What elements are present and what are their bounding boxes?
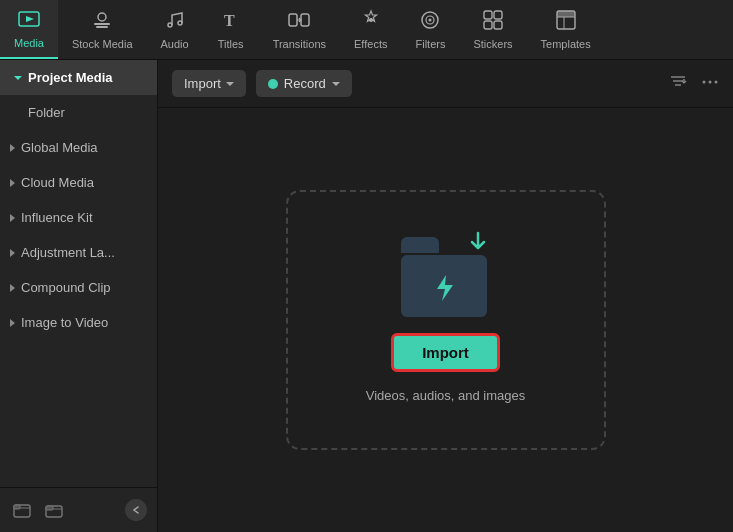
- record-button[interactable]: Record: [256, 70, 352, 97]
- expand-arrow-icon: [10, 179, 15, 187]
- record-button-label: Record: [284, 76, 326, 91]
- audio-icon: [164, 9, 186, 34]
- sidebar-item-folder[interactable]: Folder: [0, 95, 157, 130]
- nav-stock-media[interactable]: Stock Media: [58, 0, 147, 59]
- templates-icon: [555, 9, 577, 34]
- drop-zone-wrapper: Import Videos, audios, and images: [158, 108, 733, 532]
- svg-marker-1: [26, 16, 34, 22]
- nav-stickers[interactable]: Stickers: [459, 0, 526, 59]
- stickers-icon: [482, 9, 504, 34]
- expand-arrow-icon: [10, 249, 15, 257]
- sidebar-item-global-media[interactable]: Global Media: [0, 130, 157, 165]
- nav-templates-label: Templates: [541, 38, 591, 50]
- nav-media-label: Media: [14, 37, 44, 49]
- nav-titles[interactable]: T Titles: [203, 0, 259, 59]
- stock-media-icon: [91, 9, 113, 34]
- svg-rect-17: [494, 21, 502, 29]
- content-toolbar: Import Record: [158, 60, 733, 108]
- svg-rect-23: [14, 505, 20, 509]
- sidebar-project-media[interactable]: Project Media: [0, 60, 157, 95]
- nav-effects-label: Effects: [354, 38, 387, 50]
- svg-point-13: [429, 19, 432, 22]
- sidebar-footer: [0, 487, 157, 532]
- svg-point-10: [369, 18, 373, 22]
- filter-sort-icon[interactable]: [669, 73, 687, 95]
- sidebar-influence-kit-label: Influence Kit: [21, 210, 93, 225]
- import-graphic: [401, 237, 491, 317]
- expand-arrow-icon: [10, 319, 15, 327]
- svg-point-2: [98, 13, 106, 21]
- expand-arrow-icon: [10, 284, 15, 292]
- nav-transitions[interactable]: Transitions: [259, 0, 340, 59]
- sidebar-compound-clip-label: Compound Clip: [21, 280, 111, 295]
- toolbar-right: [669, 73, 719, 95]
- nav-titles-label: Titles: [218, 38, 244, 50]
- nav-transitions-label: Transitions: [273, 38, 326, 50]
- import-chevron-icon: [226, 82, 234, 86]
- sidebar-item-compound-clip[interactable]: Compound Clip: [0, 270, 157, 305]
- svg-rect-25: [46, 506, 53, 510]
- arrow-down-icon: [465, 229, 491, 262]
- nav-templates[interactable]: Templates: [527, 0, 605, 59]
- sidebar-header-label: Project Media: [28, 70, 113, 85]
- drop-zone-import-button[interactable]: Import: [391, 333, 500, 372]
- sidebar-global-media-label: Global Media: [21, 140, 98, 155]
- sidebar-arrow-icon: [14, 76, 22, 80]
- svg-rect-8: [289, 14, 297, 26]
- import-button[interactable]: Import: [172, 70, 246, 97]
- effects-icon: [360, 9, 382, 34]
- sidebar-image-to-video-label: Image to Video: [21, 315, 108, 330]
- svg-rect-9: [301, 14, 309, 26]
- nav-audio-label: Audio: [161, 38, 189, 50]
- svg-rect-14: [484, 11, 492, 19]
- folder-icon[interactable]: [42, 498, 66, 522]
- nav-stickers-label: Stickers: [473, 38, 512, 50]
- folder-tab: [401, 237, 439, 253]
- svg-point-30: [703, 80, 706, 83]
- nav-filters[interactable]: Filters: [401, 0, 459, 59]
- nav-filters-label: Filters: [415, 38, 445, 50]
- add-folder-icon[interactable]: [10, 498, 34, 522]
- folder-body: [401, 255, 487, 317]
- svg-rect-15: [494, 11, 502, 19]
- sidebar-adjustment-la-label: Adjustment La...: [21, 245, 115, 260]
- svg-point-6: [178, 21, 182, 25]
- more-options-icon[interactable]: [701, 73, 719, 95]
- svg-rect-3: [94, 23, 110, 25]
- drop-zone-description: Videos, audios, and images: [366, 388, 525, 403]
- sidebar-folder-label: Folder: [28, 105, 65, 120]
- media-icon: [18, 8, 40, 33]
- sidebar-item-image-to-video[interactable]: Image to Video: [0, 305, 157, 340]
- drop-zone-import-label: Import: [422, 344, 469, 361]
- collapse-sidebar-button[interactable]: [125, 499, 147, 521]
- filters-icon: [419, 9, 441, 34]
- nav-effects[interactable]: Effects: [340, 0, 401, 59]
- svg-rect-19: [557, 11, 575, 17]
- sidebar-item-cloud-media[interactable]: Cloud Media: [0, 165, 157, 200]
- svg-text:T: T: [224, 12, 235, 29]
- sidebar: Project Media Folder Global Media Cloud …: [0, 60, 158, 532]
- svg-point-32: [715, 80, 718, 83]
- sidebar-item-adjustment-la[interactable]: Adjustment La...: [0, 235, 157, 270]
- record-chevron-icon: [332, 82, 340, 86]
- nav-media[interactable]: Media: [0, 0, 58, 59]
- drop-zone: Import Videos, audios, and images: [286, 190, 606, 450]
- svg-point-31: [709, 80, 712, 83]
- lightning-icon: [431, 273, 457, 307]
- sidebar-item-influence-kit[interactable]: Influence Kit: [0, 200, 157, 235]
- svg-point-5: [168, 23, 172, 27]
- titles-icon: T: [220, 9, 242, 34]
- sidebar-cloud-media-label: Cloud Media: [21, 175, 94, 190]
- content-area: Import Record: [158, 60, 733, 532]
- expand-arrow-icon: [10, 144, 15, 152]
- transitions-icon: [288, 9, 310, 34]
- top-nav: Media Stock Media Audio T Titles: [0, 0, 733, 60]
- nav-audio[interactable]: Audio: [147, 0, 203, 59]
- expand-arrow-icon: [10, 214, 15, 222]
- import-button-label: Import: [184, 76, 221, 91]
- svg-rect-4: [96, 26, 108, 28]
- nav-stock-media-label: Stock Media: [72, 38, 133, 50]
- record-dot-icon: [268, 79, 278, 89]
- svg-rect-16: [484, 21, 492, 29]
- main-area: Project Media Folder Global Media Cloud …: [0, 60, 733, 532]
